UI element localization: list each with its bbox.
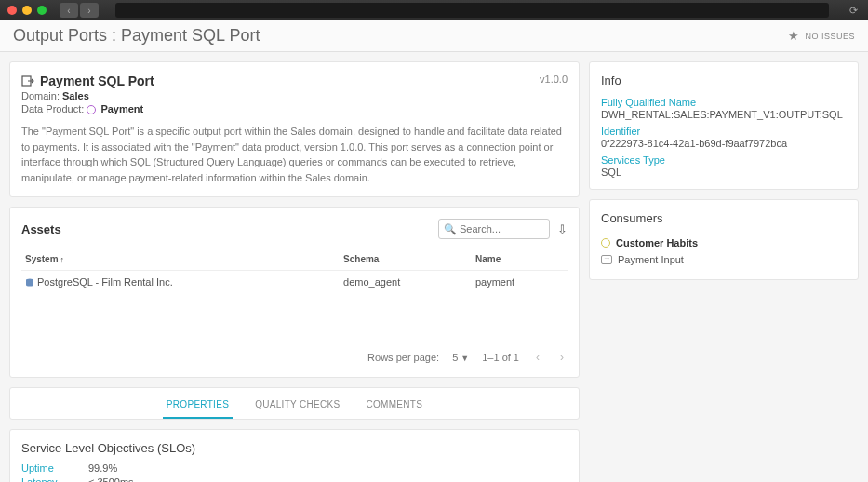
info-service-type: SQL [601,167,847,178]
rows-per-page-select[interactable]: 5 ▼ [452,352,469,363]
rows-per-page-label: Rows per page: [367,352,439,363]
input-port-icon [601,255,612,264]
chevron-down-icon: ▼ [461,354,469,363]
prev-page-button[interactable]: ‹ [532,349,543,366]
close-window-icon[interactable] [7,6,17,15]
page-title: Output Ports : Payment SQL Port [13,26,260,46]
page-range: 1–1 of 1 [482,352,519,363]
detail-tabs: PROPERTIES QUALITY CHECKS COMMENTS [9,387,580,420]
port-header-card: Payment SQL Port Domain: Sales Data Prod… [9,61,580,197]
forward-button[interactable]: › [80,3,99,18]
reload-icon[interactable]: ⟳ [846,3,861,18]
port-description: The "Payment SQL Port" is a specific out… [21,124,568,185]
output-port-icon [21,74,34,87]
port-name: Payment SQL Port [40,74,154,88]
tab-properties[interactable]: PROPERTIES [163,395,233,419]
tab-comments[interactable]: COMMENTS [362,395,426,419]
info-identifier: 0f222973-81c4-42a1-b69d-f9aaf7972bca [601,138,847,149]
back-button[interactable]: ‹ [60,3,78,18]
issues-badge: NO ISSUES [805,32,855,41]
consumers-card: Consumers Customer Habits Payment Input [589,199,859,280]
tab-quality-checks[interactable]: QUALITY CHECKS [251,395,343,419]
product-value: Payment [100,103,143,114]
next-page-button[interactable]: › [556,349,568,366]
col-schema[interactable]: Schema [340,248,472,271]
col-system[interactable]: System↑ [21,248,340,271]
product-icon [87,105,96,114]
version-label: v1.0.0 [540,74,568,85]
info-title: Info [601,74,847,87]
minimize-window-icon[interactable] [22,6,32,15]
slo-card: Service Level Objectives (SLOs) Uptime99… [9,429,580,482]
slo-uptime: 99.9% [88,462,117,474]
info-card: Info Fully Qualified Name DWH_RENTAL:SAL… [589,61,859,190]
consumer-item[interactable]: Payment Input [601,251,847,268]
info-fqn: DWH_RENTAL:SALES:PAYMENT_V1:OUTPUT:SQL [601,109,847,120]
postgres-icon [25,278,34,288]
download-icon[interactable]: ⇩ [557,222,568,236]
star-icon[interactable]: ★ [788,29,800,43]
consumer-product-icon [601,238,610,248]
window-titlebar: ‹ › ⟳ [0,0,868,20]
url-bar[interactable] [115,3,829,18]
maximize-window-icon[interactable] [37,6,47,15]
table-row[interactable]: PostgreSQL - Film Rental Inc. demo_agent… [21,271,568,294]
slo-latency: < 3500ms [88,476,134,482]
consumers-title: Consumers [601,211,847,225]
domain-value: Sales [62,90,89,101]
slo-title: Service Level Objectives (SLOs) [21,441,568,455]
col-name[interactable]: Name [472,248,568,271]
assets-title: Assets [21,222,61,236]
sort-asc-icon: ↑ [60,255,65,264]
consumer-item[interactable]: Customer Habits [601,234,847,251]
assets-card: Assets 🔍 ⇩ System↑ Schema Name [9,207,580,378]
search-icon: 🔍 [444,223,457,235]
